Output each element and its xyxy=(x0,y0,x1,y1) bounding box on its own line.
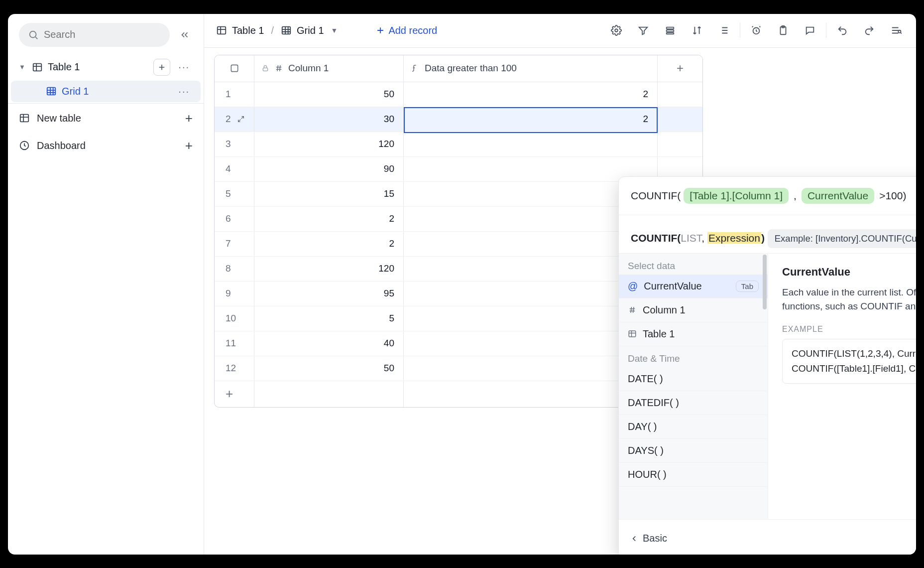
option-column1[interactable]: Column 1 xyxy=(619,298,768,322)
hash-icon xyxy=(628,305,637,314)
undo-icon[interactable] xyxy=(834,22,850,38)
redo-icon[interactable] xyxy=(861,22,877,38)
option-fn[interactable]: DAYS( ) xyxy=(619,439,768,463)
comment-icon[interactable] xyxy=(802,22,818,38)
row-index: 10 xyxy=(215,306,254,331)
select-all-checkbox[interactable] xyxy=(215,55,254,82)
search-input[interactable] xyxy=(44,29,161,40)
cell-col1[interactable]: 5 xyxy=(254,306,404,331)
chevron-down-icon: ▼ xyxy=(331,26,338,34)
column-header-2[interactable]: Data greater than 100 xyxy=(404,55,658,82)
cell-col1[interactable]: 30 xyxy=(254,107,404,132)
tree-table-row[interactable]: ▼ Table 1 ··· xyxy=(11,54,201,81)
view-more-icon[interactable]: ··· xyxy=(175,86,193,97)
cell-col2[interactable]: 2 xyxy=(404,82,658,107)
table-more-icon[interactable]: ··· xyxy=(175,61,193,73)
cell-col1[interactable]: 120 xyxy=(254,257,404,281)
row-index: 7 xyxy=(215,232,254,256)
new-table-button[interactable]: New table + xyxy=(8,105,204,132)
detail-desc: Each value in the current list. Often us… xyxy=(782,285,916,314)
new-table-label: New table xyxy=(37,113,81,124)
section-select-data: Select data xyxy=(619,254,768,275)
formula-signature: COUNTIF(LIST, Expression) Example: [Inve… xyxy=(619,215,916,253)
breadcrumb: Table 1 / Grid 1 ▼ xyxy=(216,25,338,36)
svg-rect-10 xyxy=(667,33,674,34)
plus-icon: + xyxy=(185,138,193,153)
row-index: 8 xyxy=(215,257,254,281)
cell-col1[interactable]: 15 xyxy=(254,182,404,206)
cell-col1[interactable]: 90 xyxy=(254,157,404,181)
add-record-button[interactable]: Add record xyxy=(375,25,437,36)
cell-col2[interactable] xyxy=(404,132,658,156)
cell-col1[interactable]: 120 xyxy=(254,132,404,156)
grid-area: Column 1 Data greater than 100 + 1502230… xyxy=(204,48,916,408)
cell-col2[interactable]: 2 xyxy=(404,107,658,132)
collapse-sidebar-icon[interactable] xyxy=(177,27,193,43)
sidebar: ▼ Table 1 ··· Grid 1 ··· xyxy=(8,14,204,555)
cell-col1[interactable]: 2 xyxy=(254,232,404,256)
separator xyxy=(826,23,826,38)
filter-icon[interactable] xyxy=(635,22,651,38)
signature-example: Example: [Inventory].COUNTIF(CurrentValu… xyxy=(768,229,916,248)
crumb-table[interactable]: Table 1 xyxy=(232,25,264,36)
option-fn[interactable]: DAY( ) xyxy=(619,415,768,439)
add-view-button[interactable] xyxy=(153,59,170,76)
chevron-left-icon xyxy=(630,534,639,543)
option-fn[interactable]: DATEDIF( ) xyxy=(619,391,768,415)
tree-view-row[interactable]: Grid 1 ··· xyxy=(11,81,201,102)
cell-col1[interactable]: 95 xyxy=(254,282,404,306)
expand-row-icon[interactable] xyxy=(237,115,245,123)
section-date-time: Date & Time xyxy=(619,346,768,367)
sort-icon[interactable] xyxy=(689,22,705,38)
cell-col1[interactable]: 50 xyxy=(254,356,404,381)
option-fn[interactable]: HOUR( ) xyxy=(619,463,768,487)
main: Table 1 / Grid 1 ▼ Add record xyxy=(204,14,916,555)
detail-title: CurrentValue xyxy=(782,266,916,279)
back-button[interactable]: Basic xyxy=(630,533,667,544)
divider xyxy=(8,103,204,104)
reminder-icon[interactable] xyxy=(748,22,764,38)
group-icon[interactable] xyxy=(662,22,678,38)
option-currentvalue[interactable]: @ CurrentValue Tab xyxy=(619,275,768,298)
cell-col1[interactable]: 50 xyxy=(254,82,404,107)
dashboard-label: Dashboard xyxy=(37,140,86,151)
table-row[interactable]: 2302 xyxy=(215,107,702,132)
app-window: ▼ Table 1 ··· Grid 1 ··· xyxy=(8,14,916,555)
dashboard-button[interactable]: Dashboard + xyxy=(8,132,204,159)
svg-rect-6 xyxy=(282,27,291,34)
grid-view-icon xyxy=(281,25,292,36)
row-height-icon[interactable] xyxy=(716,22,732,38)
cell-col2[interactable] xyxy=(404,157,658,181)
column-header-1[interactable]: Column 1 xyxy=(254,55,404,82)
cell-col1[interactable]: 40 xyxy=(254,331,404,356)
example-code: COUNTIF(LIST(1,2,3,4), CurrentValue > 2)… xyxy=(782,339,916,384)
svg-rect-5 xyxy=(218,27,226,34)
scrollbar-thumb[interactable] xyxy=(763,255,767,309)
svg-rect-1 xyxy=(33,63,42,71)
clipboard-icon[interactable] xyxy=(775,22,791,38)
find-icon[interactable] xyxy=(888,22,904,38)
at-icon: @ xyxy=(628,281,638,292)
grid-header: Column 1 Data greater than 100 + xyxy=(215,55,702,82)
settings-icon[interactable] xyxy=(608,22,624,38)
svg-rect-8 xyxy=(667,27,674,29)
plus-icon: + xyxy=(185,111,193,126)
row-index: 1 xyxy=(215,82,254,107)
formula-input[interactable]: COUNTIF( [Table 1].[Column 1] , CurrentV… xyxy=(619,177,916,215)
table-icon xyxy=(628,329,637,338)
table-row[interactable]: 1502 xyxy=(215,82,702,107)
svg-rect-9 xyxy=(667,30,674,32)
search-input-wrap[interactable] xyxy=(19,23,170,47)
table-row[interactable]: 3120 xyxy=(215,132,702,157)
row-index: 6 xyxy=(215,207,254,231)
view-switcher[interactable]: Grid 1 ▼ xyxy=(281,25,338,36)
tab-hint: Tab xyxy=(736,281,759,292)
option-fn[interactable]: DATE( ) xyxy=(619,367,768,391)
row-index: 11 xyxy=(215,331,254,356)
cell-col1[interactable]: 2 xyxy=(254,207,404,231)
suggestion-list[interactable]: Select data @ CurrentValue Tab Column 1 xyxy=(619,254,768,519)
toolbar-group-2 xyxy=(748,22,818,38)
row-index: 2 xyxy=(215,107,254,132)
option-table1[interactable]: Table 1 xyxy=(619,322,768,346)
add-column-button[interactable]: + xyxy=(658,55,702,82)
